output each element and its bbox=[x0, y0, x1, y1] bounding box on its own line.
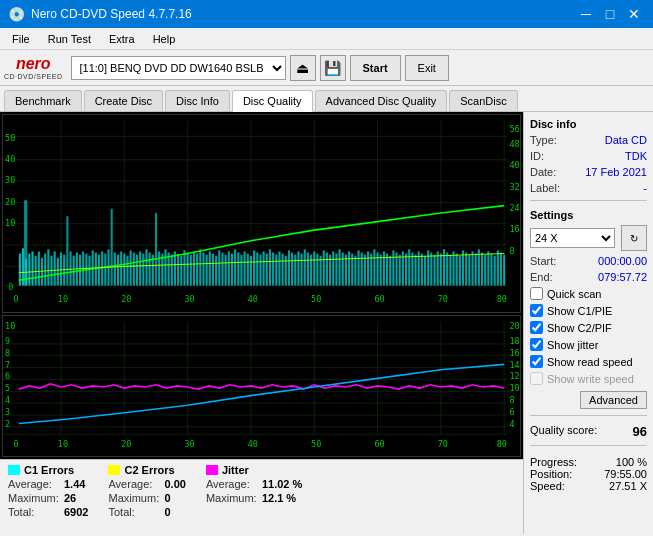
svg-rect-130 bbox=[304, 249, 306, 285]
tab-create-disc[interactable]: Create Disc bbox=[84, 90, 163, 111]
menu-run-test[interactable]: Run Test bbox=[40, 31, 99, 47]
drive-selector[interactable]: [11:0] BENQ DVD DD DW1640 BSLB bbox=[71, 56, 286, 80]
quick-scan-checkbox[interactable] bbox=[530, 287, 543, 300]
show-c2pif-row: Show C2/PIF bbox=[530, 321, 647, 334]
legend-c2-total: Total: 0 bbox=[108, 506, 185, 518]
tab-advanced-disc-quality[interactable]: Advanced Disc Quality bbox=[315, 90, 448, 111]
svg-text:9: 9 bbox=[5, 336, 10, 346]
tab-disc-info[interactable]: Disc Info bbox=[165, 90, 230, 111]
start-button[interactable]: Start bbox=[350, 55, 401, 81]
menu-extra[interactable]: Extra bbox=[101, 31, 143, 47]
show-c2pif-checkbox[interactable] bbox=[530, 321, 543, 334]
svg-text:16: 16 bbox=[509, 348, 519, 358]
speed-row: 24 X 8 X 16 X 32 X 40 X Max ↻ bbox=[530, 225, 647, 251]
svg-rect-80 bbox=[145, 249, 147, 285]
show-read-speed-checkbox[interactable] bbox=[530, 355, 543, 368]
svg-text:10: 10 bbox=[509, 383, 519, 393]
svg-text:8: 8 bbox=[509, 395, 514, 405]
maximize-button[interactable]: □ bbox=[599, 3, 621, 25]
svg-rect-113 bbox=[250, 256, 252, 286]
svg-rect-121 bbox=[275, 255, 277, 286]
minimize-button[interactable]: ─ bbox=[575, 3, 597, 25]
tab-disc-quality[interactable]: Disc Quality bbox=[232, 90, 313, 112]
svg-rect-71 bbox=[117, 255, 119, 286]
menu-help[interactable]: Help bbox=[145, 31, 184, 47]
svg-rect-45 bbox=[35, 256, 37, 286]
tab-benchmark[interactable]: Benchmark bbox=[4, 90, 82, 111]
svg-rect-144 bbox=[348, 251, 350, 285]
svg-text:5: 5 bbox=[5, 383, 10, 393]
svg-rect-52 bbox=[57, 258, 59, 286]
svg-text:6: 6 bbox=[509, 407, 514, 417]
legend-c2-total-label: Total: bbox=[108, 506, 160, 518]
svg-rect-146 bbox=[354, 256, 356, 286]
menu-file[interactable]: File bbox=[4, 31, 38, 47]
legend-c2-header: C2 Errors bbox=[108, 464, 185, 476]
tab-scandisc[interactable]: ScanDisc bbox=[449, 90, 517, 111]
speed-selector[interactable]: 24 X 8 X 16 X 32 X 40 X Max bbox=[530, 228, 615, 248]
show-read-speed-label: Show read speed bbox=[547, 356, 633, 368]
svg-text:30: 30 bbox=[5, 175, 15, 185]
svg-text:7: 7 bbox=[5, 360, 10, 370]
svg-rect-98 bbox=[202, 252, 204, 285]
svg-rect-73 bbox=[123, 254, 125, 286]
position-value: 79:55.00 bbox=[604, 468, 647, 480]
legend-jitter-color bbox=[206, 465, 218, 475]
close-button[interactable]: ✕ bbox=[623, 3, 645, 25]
eject-button[interactable]: ⏏ bbox=[290, 55, 316, 81]
svg-rect-152 bbox=[373, 249, 375, 285]
svg-rect-75 bbox=[130, 250, 132, 285]
svg-rect-164 bbox=[411, 252, 413, 285]
svg-text:60: 60 bbox=[374, 439, 384, 449]
svg-rect-188 bbox=[487, 251, 489, 285]
speed-label: Speed: bbox=[530, 480, 565, 492]
legend-c2-avg-value: 0.00 bbox=[164, 478, 185, 490]
svg-rect-154 bbox=[380, 255, 382, 286]
svg-text:40: 40 bbox=[248, 439, 258, 449]
advanced-button[interactable]: Advanced bbox=[580, 391, 647, 409]
svg-rect-134 bbox=[316, 254, 318, 286]
svg-text:20: 20 bbox=[5, 196, 15, 206]
svg-rect-101 bbox=[212, 254, 214, 286]
svg-rect-167 bbox=[421, 254, 423, 286]
quality-score-row: Quality score: 96 bbox=[530, 424, 647, 439]
menu-bar: File Run Test Extra Help bbox=[0, 28, 653, 50]
show-c1pie-checkbox[interactable] bbox=[530, 304, 543, 317]
svg-rect-94 bbox=[190, 255, 192, 286]
svg-rect-62 bbox=[88, 256, 90, 286]
svg-text:10: 10 bbox=[5, 218, 15, 228]
quick-scan-row: Quick scan bbox=[530, 287, 647, 300]
disc-id-value: TDK bbox=[625, 150, 647, 162]
settings-title: Settings bbox=[530, 209, 647, 221]
svg-rect-192 bbox=[500, 252, 502, 285]
svg-rect-88 bbox=[171, 255, 173, 286]
nero-logo-area: nero CD·DVD/SPEED bbox=[4, 55, 63, 80]
divider2 bbox=[530, 415, 647, 416]
svg-text:12: 12 bbox=[509, 372, 519, 382]
legend-c1-avg-value: 1.44 bbox=[64, 478, 85, 490]
save-button[interactable]: 💾 bbox=[320, 55, 346, 81]
disc-label-value: - bbox=[643, 182, 647, 194]
legend-c2-avg-label: Average: bbox=[108, 478, 160, 490]
disc-info-title: Disc info bbox=[530, 118, 647, 130]
svg-rect-76 bbox=[133, 252, 135, 285]
show-jitter-checkbox[interactable] bbox=[530, 338, 543, 351]
svg-rect-181 bbox=[465, 252, 467, 285]
svg-rect-115 bbox=[256, 252, 258, 285]
svg-rect-190 bbox=[494, 256, 496, 286]
progress-label: Progress: bbox=[530, 456, 577, 468]
legend-c1-total-label: Total: bbox=[8, 506, 60, 518]
position-row: Position: 79:55.00 bbox=[530, 468, 647, 480]
svg-rect-42 bbox=[28, 254, 30, 286]
speed-value: 27.51 X bbox=[609, 480, 647, 492]
svg-rect-122 bbox=[278, 251, 280, 285]
svg-rect-105 bbox=[225, 255, 227, 286]
chart1-svg: 50 40 30 20 10 0 56 48 40 32 24 16 8 bbox=[3, 115, 520, 312]
legend-jitter: Jitter Average: 11.02 % Maximum: 12.1 % bbox=[206, 464, 302, 530]
exit-button[interactable]: Exit bbox=[405, 55, 449, 81]
refresh-button[interactable]: ↻ bbox=[621, 225, 647, 251]
nero-logo: nero bbox=[16, 55, 51, 73]
svg-text:80: 80 bbox=[497, 293, 507, 303]
svg-rect-93 bbox=[187, 252, 189, 285]
legend-jitter-avg-value: 11.02 % bbox=[262, 478, 302, 490]
